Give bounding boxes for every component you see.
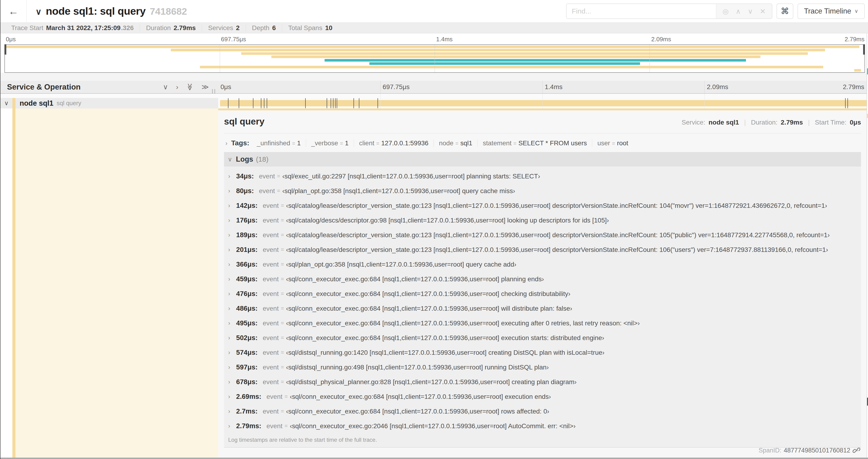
chevron-right-icon: › bbox=[228, 305, 236, 312]
window-bottom-edge bbox=[0, 458, 868, 459]
log-entry[interactable]: ›574μs:event=‹sql/distsql_running.go:142… bbox=[224, 345, 861, 360]
span-detail-meta: Service: node sql1 | Duration: 2.79ms | … bbox=[682, 119, 861, 126]
chevron-right-icon: › bbox=[228, 261, 236, 268]
back-arrow-icon: ← bbox=[8, 5, 19, 17]
log-entry[interactable]: ›476μs:event=‹sql/conn_executor_exec.go:… bbox=[224, 286, 861, 301]
span-name-cell[interactable]: ∨ node sql1 sql query bbox=[0, 98, 218, 108]
spanid-label: SpanID: bbox=[758, 447, 781, 454]
log-marker-tick bbox=[264, 98, 265, 108]
collapse-one-icon[interactable]: ∨ bbox=[163, 84, 168, 91]
back-button[interactable]: ← bbox=[0, 0, 27, 22]
next-match-icon[interactable]: ∨ bbox=[748, 7, 753, 15]
span-color-stripe bbox=[12, 108, 16, 458]
log-entry[interactable]: ›2.7ms:event=‹sql/conn_executor_exec.go:… bbox=[224, 404, 861, 419]
log-marker-tick bbox=[228, 98, 228, 108]
chevron-right-icon: › bbox=[228, 320, 236, 327]
collapse-all-icon[interactable]: ≫ bbox=[186, 83, 193, 91]
find-input[interactable] bbox=[566, 4, 716, 19]
minimap-ruler: 0μs697.75μs1.4ms2.09ms2.79ms bbox=[4, 33, 865, 44]
span-service-name: node sql1 bbox=[20, 99, 54, 107]
span-operation-name: sql query bbox=[57, 100, 82, 107]
trace-minimap[interactable] bbox=[4, 44, 865, 73]
ruler-tick-label: 1.4ms bbox=[435, 36, 453, 43]
ruler-tick-label: 0μs bbox=[4, 36, 16, 43]
expand-all-icon[interactable]: ≫ bbox=[202, 84, 209, 91]
timeline-ruler: 0μs697.75μs1.4ms2.09ms2.79ms bbox=[218, 81, 867, 93]
chevron-right-icon: › bbox=[228, 364, 236, 371]
span-duration-bar[interactable] bbox=[220, 100, 867, 106]
window-scrollbar[interactable] bbox=[867, 33, 868, 458]
summary-item: Total Spans10 bbox=[282, 24, 338, 32]
chevron-right-icon: › bbox=[228, 349, 236, 356]
span-detail-left-gutter bbox=[0, 108, 218, 458]
chevron-right-icon: › bbox=[228, 232, 236, 238]
ruler-tick-label: 697.75μs bbox=[220, 36, 246, 43]
chevron-right-icon: › bbox=[228, 188, 236, 194]
collapse-all-icon[interactable]: ∨ bbox=[35, 7, 41, 17]
logs-accordion-header[interactable]: ∨ Logs (18) bbox=[224, 152, 861, 167]
scrollbar-thumb[interactable] bbox=[867, 398, 868, 405]
logs-count: (18) bbox=[256, 155, 268, 163]
tag-item: _unfinished=1 bbox=[251, 139, 306, 147]
chevron-down-icon[interactable]: ∨ bbox=[0, 100, 12, 107]
tag-item: _verbose=1 bbox=[306, 139, 354, 147]
log-entry[interactable]: ›189μs:event=‹sql/catalog/lease/descript… bbox=[224, 228, 861, 242]
ruler-tick-label: 2.09ms bbox=[705, 83, 728, 91]
log-entry[interactable]: ›2.79ms:event=‹sql/conn_executor_exec.go… bbox=[224, 419, 861, 433]
title-wrap: ∨ node sql1: sql query 7418682 bbox=[35, 5, 566, 17]
chevron-right-icon: › bbox=[228, 276, 236, 283]
timeline-strip-grid bbox=[218, 94, 867, 98]
log-marker-tick bbox=[261, 98, 261, 108]
minimap-left-scrubber[interactable] bbox=[4, 44, 6, 55]
tag-item: node=sql1 bbox=[434, 139, 477, 147]
ruler-tick-label: 0μs bbox=[218, 83, 231, 91]
deep-link-icon[interactable] bbox=[852, 447, 861, 454]
trace-view-selector[interactable]: Trace Timeline ∨ bbox=[798, 3, 865, 19]
log-entry[interactable]: ›80μs:event=‹sql/plan_opt.go:358 [nsql1,… bbox=[224, 184, 861, 198]
tags-accordion[interactable]: › Tags: _unfinished=1_verbose=1client=12… bbox=[224, 139, 861, 147]
chevron-right-icon: › bbox=[228, 408, 236, 415]
log-entry[interactable]: ›34μs:event=‹sql/exec_util.go:2297 [nsql… bbox=[224, 169, 861, 184]
summary-item: Depth6 bbox=[246, 24, 282, 32]
log-entry[interactable]: ›678μs:event=‹sql/distsql_physical_plann… bbox=[224, 374, 861, 389]
log-entry[interactable]: ›142μs:event=‹sql/catalog/lease/descript… bbox=[224, 198, 861, 213]
chevron-down-icon: ∨ bbox=[228, 156, 232, 163]
clear-search-icon[interactable]: ✕ bbox=[760, 7, 766, 15]
find-group: ◎ ∧ ∨ ✕ bbox=[566, 3, 772, 19]
locate-icon[interactable]: ◎ bbox=[722, 7, 728, 15]
chevron-right-icon: › bbox=[228, 334, 236, 341]
log-entry[interactable]: ›486μs:event=‹sql/conn_executor_exec.go:… bbox=[224, 301, 861, 316]
view-selector-label: Trace Timeline bbox=[804, 7, 851, 15]
log-entry[interactable]: ›502μs:event=‹sql/conn_executor_exec.go:… bbox=[224, 330, 861, 345]
log-marker-tick bbox=[845, 98, 846, 108]
log-entry[interactable]: ›495μs:event=‹sql/conn_executor_exec.go:… bbox=[224, 316, 861, 330]
log-marker-tick bbox=[333, 98, 334, 108]
prev-match-icon[interactable]: ∧ bbox=[736, 7, 741, 15]
minimap-right-scrubber[interactable] bbox=[863, 44, 865, 55]
duration-value: 2.79ms bbox=[781, 119, 803, 126]
page-title: node sql1: sql query bbox=[46, 5, 146, 17]
log-entry[interactable]: ›597μs:event=‹sql/distsql_running.go:498… bbox=[224, 360, 861, 374]
service-label: Service: bbox=[682, 119, 705, 126]
span-detail-panel: sql query Service: node sql1 | Duration:… bbox=[218, 108, 867, 458]
tags-list: _unfinished=1_verbose=1client=127.0.0.1:… bbox=[251, 139, 633, 147]
log-entry[interactable]: ›176μs:event=‹sql/catalog/descs/descript… bbox=[224, 213, 861, 228]
log-entry[interactable]: ›2.69ms:event=‹sql/conn_executor_exec.go… bbox=[224, 389, 861, 404]
log-entry[interactable]: ›366μs:event=‹sql/plan_opt.go:358 [nsql1… bbox=[224, 257, 861, 272]
span-detail-cream-column bbox=[16, 108, 218, 458]
chevron-right-icon: › bbox=[228, 379, 236, 385]
log-entry[interactable]: ›459μs:event=‹sql/conn_executor_exec.go:… bbox=[224, 272, 861, 286]
span-bar-track[interactable] bbox=[218, 98, 867, 108]
service-value: node sql1 bbox=[708, 119, 739, 126]
expand-one-icon[interactable]: › bbox=[176, 84, 178, 91]
tag-item: user=root bbox=[592, 139, 633, 147]
ruler-tick-label: 697.75μs bbox=[380, 83, 410, 91]
start-time-value: 0μs bbox=[850, 119, 861, 126]
keyboard-shortcuts-button[interactable]: ⌘ bbox=[777, 3, 793, 19]
log-marker-tick bbox=[305, 98, 306, 108]
span-color-indicator bbox=[12, 98, 16, 108]
span-row-node-sql1[interactable]: ∨ node sql1 sql query bbox=[0, 98, 867, 108]
logs-list: ›34μs:event=‹sql/exec_util.go:2297 [nsql… bbox=[224, 167, 861, 447]
summary-item: Duration2.79ms bbox=[140, 24, 202, 32]
log-entry[interactable]: ›201μs:event=‹sql/catalog/lease/descript… bbox=[224, 242, 861, 257]
